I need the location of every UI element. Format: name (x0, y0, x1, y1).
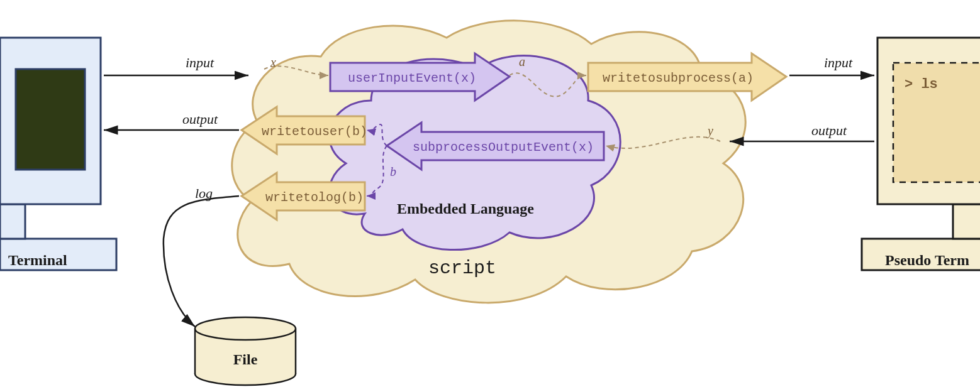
userinputevent-label: userInputEvent(x) (348, 71, 476, 85)
diagram-root: Terminal > ls Pseudo Term script Embedde… (0, 0, 980, 387)
label-input-right: input (824, 55, 853, 70)
var-b: b (390, 165, 396, 178)
writetouser-label: writetouser(b) (262, 124, 367, 139)
file-label: File (233, 351, 258, 368)
label-output-right: output (811, 123, 847, 138)
terminal-label: Terminal (8, 252, 67, 268)
label-output-left: output (182, 111, 218, 127)
label-input-left: input (186, 55, 214, 70)
terminal: Terminal (0, 38, 116, 270)
var-y: y (706, 124, 713, 138)
svg-rect-5 (953, 204, 980, 239)
subprocessoutputevent-label: subprocessOutputEvent(x) (413, 140, 594, 155)
var-x: x (270, 55, 276, 69)
pseudo-terminal: > ls Pseudo Term (862, 38, 980, 270)
svg-point-12 (195, 317, 296, 340)
var-a: a (519, 55, 525, 68)
file-cylinder: File (195, 317, 296, 385)
svg-rect-1 (0, 204, 25, 239)
writetosubprocess-label: writetosubprocess(a) (603, 71, 754, 85)
arrow-log (164, 196, 239, 327)
label-log: log (195, 185, 213, 201)
writetolog-label: writetolog(b) (265, 190, 364, 205)
pseudo-terminal-label: Pseudo Term (885, 252, 969, 268)
pseudo-terminal-prompt: > ls (905, 77, 938, 92)
svg-rect-3 (16, 69, 85, 170)
script-cloud-label: script (428, 258, 496, 279)
embedded-language-label: Embedded Language (397, 200, 534, 217)
